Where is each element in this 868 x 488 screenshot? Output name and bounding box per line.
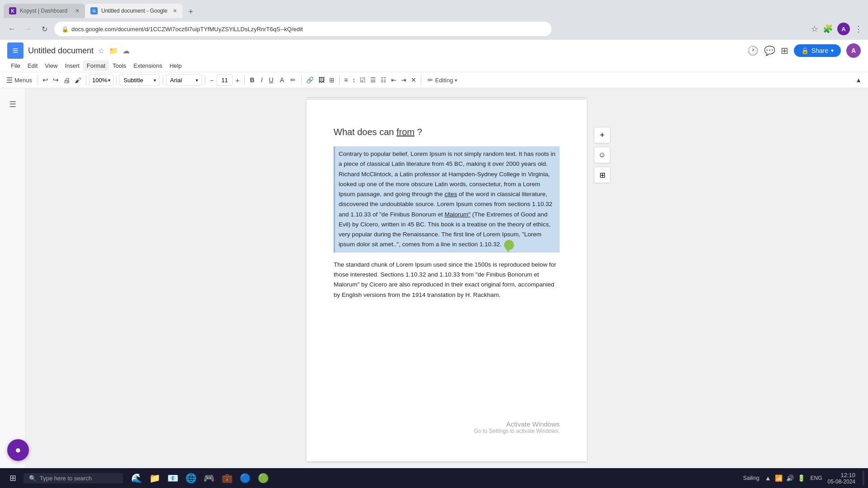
taskbar-icon-7[interactable]: 🔵: [237, 470, 253, 486]
tray-icon-volume[interactable]: 🔊: [786, 474, 794, 482]
docs-left-sidebar: ☰: [0, 88, 25, 468]
underline-button[interactable]: U: [266, 75, 276, 84]
taskbar-icons: 🌊 📁 📧 🌐 🎮 💼 🔵 🟢: [128, 470, 271, 486]
menu-view[interactable]: View: [41, 61, 61, 71]
menu-edit[interactable]: Edit: [24, 61, 41, 71]
menu-help[interactable]: Help: [166, 61, 185, 71]
clear-format-button[interactable]: ✕: [409, 75, 418, 84]
taskbar-search[interactable]: 🔍 Type here to search: [24, 473, 123, 483]
address-bar-row: ← → ↻ 🔒 docs.google.com/document/d/1CCZW…: [0, 18, 868, 40]
folder-icon[interactable]: 📁: [109, 47, 118, 55]
reload-button[interactable]: ↻: [38, 23, 51, 35]
history-button[interactable]: 🕐: [747, 45, 759, 56]
highlight-button[interactable]: ✏: [288, 75, 298, 84]
style-dropdown[interactable]: Subtitle ▾: [119, 74, 160, 86]
collapse-button[interactable]: ▲: [853, 75, 864, 84]
page-heading: What does can from ?: [334, 127, 560, 137]
cloud-icon[interactable]: ☁: [123, 47, 130, 55]
tray-icon-battery[interactable]: 🔋: [797, 474, 805, 482]
kopyst-tab-close[interactable]: ✕: [75, 8, 80, 14]
italic-button[interactable]: I: [258, 75, 265, 84]
docs-editor-area[interactable]: 2 1 1 2 3 4 5 6 7 8 What does can from ?: [25, 88, 868, 468]
zoom-value: 100%: [92, 77, 107, 84]
font-size-plus[interactable]: +: [234, 75, 241, 85]
menu-extensions[interactable]: Extensions: [130, 61, 166, 71]
bold-button[interactable]: B: [247, 75, 257, 84]
taskbar-icon-2[interactable]: 📁: [146, 470, 163, 486]
tray-icon-network[interactable]: 📶: [775, 474, 783, 482]
font-size-minus[interactable]: −: [208, 75, 216, 85]
browser-actions: ☆ 🧩 A ⋮: [811, 23, 863, 35]
taskbar-icon-5[interactable]: 🎮: [201, 470, 217, 486]
star-icon[interactable]: ☆: [98, 47, 104, 55]
indent-more-button[interactable]: ⇥: [399, 75, 408, 84]
address-bar[interactable]: 🔒 docs.google.com/document/d/1CCZWl7ocz6…: [54, 22, 552, 36]
menus-button[interactable]: ☰ Menus: [4, 75, 35, 85]
image-button[interactable]: 🖼: [316, 75, 326, 84]
taskbar-start-button[interactable]: ⊞: [4, 469, 22, 487]
menu-format[interactable]: Format: [83, 61, 109, 71]
page-tool-image[interactable]: ⊞: [594, 167, 610, 183]
table-button[interactable]: ⊞: [327, 75, 336, 84]
menu-tools[interactable]: Tools: [109, 61, 130, 71]
font-dropdown[interactable]: Arial ▾: [166, 74, 202, 86]
taskbar-sys-icons: ▲ 📶 🔊 🔋: [765, 474, 805, 482]
docs-title-row: ≡ Untitled document ☆ 📁 ☁ 🕐 💬 ⊞ 🔒 Share …: [7, 42, 861, 60]
print-button[interactable]: 🖨: [61, 75, 72, 85]
page-tool-emoji[interactable]: ☺: [594, 147, 610, 163]
indent-less-button[interactable]: ⇤: [389, 75, 398, 84]
lock-icon: 🔒: [61, 26, 69, 33]
redo-button[interactable]: ↪: [51, 75, 61, 85]
page-tool-add[interactable]: +: [594, 127, 610, 143]
checklist-button[interactable]: ☑: [358, 75, 368, 84]
docs-main: ☰ 2 1 1 2 3 4 5 6 7 8 What do: [0, 88, 868, 468]
comment-button[interactable]: 💬: [764, 45, 775, 56]
paragraph-2[interactable]: The standard chunk of Lorem Ipsum used s…: [334, 260, 560, 300]
tab-kopyst[interactable]: K Kopyst | Dashboard ✕: [4, 4, 85, 18]
taskbar-icon-6[interactable]: 💼: [219, 470, 235, 486]
zoom-arrow: ▾: [108, 78, 110, 83]
bookmark-icon[interactable]: ☆: [811, 24, 818, 34]
menu-insert[interactable]: Insert: [61, 61, 83, 71]
view-icon[interactable]: ⊞: [781, 45, 788, 56]
kopyst-button[interactable]: ●: [7, 439, 29, 461]
tray-icon-up[interactable]: ▲: [765, 474, 771, 482]
taskbar-icon-4[interactable]: 🌐: [183, 470, 199, 486]
text-color-button[interactable]: A: [277, 75, 287, 84]
forward-button[interactable]: →: [22, 23, 34, 35]
link-button[interactable]: 🔗: [304, 75, 316, 84]
address-text: docs.google.com/document/d/1CCZWl7ocz6l7…: [71, 26, 303, 33]
user-avatar[interactable]: A: [846, 43, 861, 58]
browser-more-icon[interactable]: ⋮: [854, 24, 863, 34]
menu-file[interactable]: File: [7, 61, 24, 71]
toolbar-sep-8: [339, 75, 340, 84]
gdocs-tab-close[interactable]: ✕: [173, 8, 177, 14]
taskbar-icon-3[interactable]: 📧: [165, 470, 181, 486]
line-spacing-button[interactable]: ↕: [350, 75, 357, 84]
share-button[interactable]: 🔒 Share ▾: [794, 44, 841, 57]
zoom-dropdown[interactable]: 100% ▾: [89, 74, 113, 86]
taskbar-icon-8[interactable]: 🟢: [255, 470, 271, 486]
toolbar-sep-9: [421, 75, 421, 84]
editing-dropdown[interactable]: ✏ Editing ▾: [424, 74, 461, 86]
font-size-input[interactable]: 11: [217, 74, 233, 86]
extensions-icon[interactable]: 🧩: [823, 24, 833, 34]
paragraph-1[interactable]: Contrary to popular belief, Lorem Ipsum …: [334, 146, 560, 253]
outline-icon[interactable]: ☰: [4, 95, 22, 113]
docs-title[interactable]: Untitled document: [28, 46, 94, 56]
font-arrow: ▾: [196, 78, 198, 83]
show-desktop-button[interactable]: [863, 471, 864, 485]
toolbar-sep-3: [116, 75, 117, 84]
kopyst-tab-label: Kopyst | Dashboard: [20, 8, 67, 14]
taskbar-tray-label: Sailing: [743, 475, 760, 481]
bullets-button[interactable]: ☰: [368, 75, 378, 84]
paint-format-button[interactable]: 🖌: [73, 75, 83, 85]
taskbar-icon-1[interactable]: 🌊: [128, 470, 145, 486]
undo-button[interactable]: ↩: [41, 75, 50, 85]
new-tab-button[interactable]: +: [184, 5, 197, 18]
browser-profile-icon[interactable]: A: [837, 23, 850, 35]
tab-gdocs[interactable]: G Untitled document - Google D... ✕: [85, 4, 183, 18]
numbers-button[interactable]: ☷: [379, 75, 388, 84]
back-button[interactable]: ←: [5, 23, 18, 35]
align-button[interactable]: ≡: [342, 75, 349, 84]
